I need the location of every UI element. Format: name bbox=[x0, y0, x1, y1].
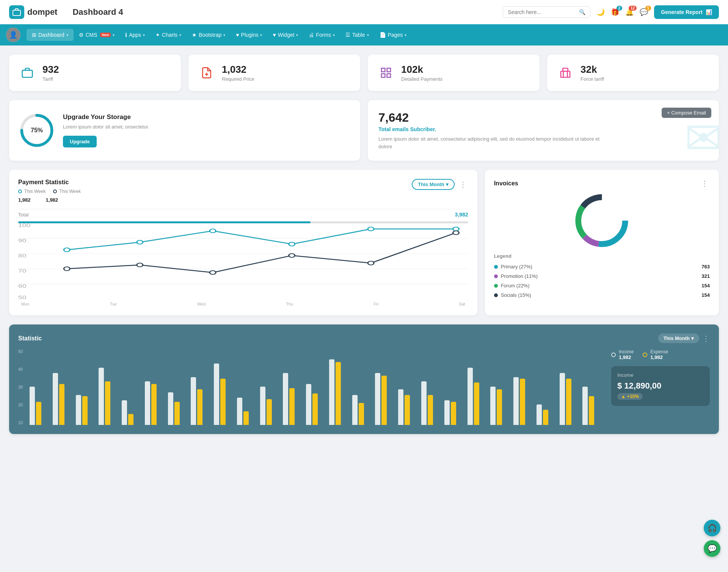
nav-label-cms: CMS bbox=[86, 32, 97, 38]
stat-info-required-price: 1,032 Required Price bbox=[222, 64, 254, 82]
this-month-button[interactable]: This Month ▾ bbox=[412, 179, 454, 190]
invoices-more-button[interactable]: ⋮ bbox=[699, 179, 710, 188]
email-card: + Compose Email 7,642 Total emails Subcr… bbox=[368, 100, 719, 161]
svg-rect-4 bbox=[381, 68, 385, 72]
upgrade-button[interactable]: Upgrade bbox=[63, 136, 97, 147]
svg-rect-5 bbox=[387, 68, 391, 72]
bar-group bbox=[513, 377, 535, 425]
bell-icon[interactable]: 🔔 12 bbox=[625, 8, 634, 16]
nav-label-forms: Forms bbox=[316, 32, 331, 38]
legend-dot-dark bbox=[53, 190, 57, 193]
bar-white bbox=[468, 368, 473, 425]
more-options-button[interactable]: ⋮ bbox=[458, 180, 468, 189]
nav-label-pages: Pages bbox=[388, 32, 403, 38]
stat-card-force-tariff: 32k Force tariff bbox=[547, 55, 719, 91]
bar-group bbox=[99, 368, 120, 425]
chat-icon[interactable]: 💬 5 bbox=[640, 8, 648, 16]
stat-label-detailed-payments: Detalled Payments bbox=[401, 76, 442, 82]
nav-item-bootstrap[interactable]: ★ Bootstrap ▾ bbox=[187, 29, 231, 41]
stat-label-tariff: Tariff bbox=[42, 76, 59, 82]
nav-item-pages[interactable]: 📄 Pages ▾ bbox=[374, 29, 412, 41]
bar-yellow bbox=[566, 379, 571, 425]
middle-row: 75% Upgrade Your Storage Lorem ipsum dol… bbox=[9, 100, 719, 161]
promotion-value: 321 bbox=[701, 273, 710, 279]
widget-icon: ♥ bbox=[273, 32, 276, 38]
gift-icon[interactable]: 🎁 2 bbox=[611, 8, 619, 16]
svg-point-30 bbox=[137, 263, 143, 267]
socials-value: 154 bbox=[701, 292, 710, 298]
payment-left: Payment Statistic This Week This Week 1,… bbox=[18, 179, 81, 203]
promotion-dot bbox=[494, 274, 498, 278]
storage-description: Lorem ipsum dolor sit amet, onsectetur. bbox=[63, 124, 149, 130]
nav-label-charts: Charts bbox=[162, 32, 177, 38]
bar-yellow bbox=[336, 362, 341, 425]
nav-item-apps[interactable]: ℹ Apps ▾ bbox=[120, 29, 150, 41]
cms-icon: ⚙ bbox=[79, 32, 84, 38]
x-label-tue: Tue bbox=[110, 302, 117, 306]
statistic-title: Statistic bbox=[18, 335, 42, 342]
nav-item-widget[interactable]: ♥ Widget ▾ bbox=[267, 29, 303, 41]
bar-white bbox=[444, 400, 450, 425]
generate-report-button[interactable]: Generate Report 📊 bbox=[654, 5, 719, 19]
svg-point-34 bbox=[453, 231, 459, 235]
y-label-20: 20 bbox=[18, 403, 23, 407]
invoice-legend-socials: Socials (15%) 154 bbox=[494, 290, 710, 300]
stat-value-detailed-payments: 102k bbox=[401, 64, 442, 75]
stat-side-panel: Income 1,982 Expense 1,982 Income $ bbox=[611, 349, 710, 406]
nav-item-table[interactable]: ☰ Table ▾ bbox=[340, 29, 374, 41]
bar-group bbox=[352, 395, 373, 425]
bar-white bbox=[283, 373, 288, 425]
nav-item-forms[interactable]: 🖨 Forms ▾ bbox=[303, 29, 340, 41]
bar-group bbox=[76, 395, 97, 425]
bar-group bbox=[145, 381, 166, 425]
nav-item-cms[interactable]: ⚙ CMS New ▾ bbox=[74, 29, 120, 41]
bar-yellow bbox=[451, 402, 456, 425]
bar-white bbox=[398, 389, 403, 425]
svg-text:50: 50 bbox=[18, 295, 26, 299]
bar-white bbox=[375, 373, 380, 425]
legend-dot-teal bbox=[18, 190, 22, 193]
storage-title: Upgrade Your Storage bbox=[63, 113, 149, 121]
svg-text:80: 80 bbox=[18, 253, 26, 258]
invoices-donut-chart bbox=[494, 194, 710, 247]
bar-yellow bbox=[543, 410, 548, 425]
svg-point-23 bbox=[64, 248, 70, 252]
statistic-header: Statistic This Month ▾ ⋮ bbox=[18, 334, 710, 343]
stat-label-required-price: Required Price bbox=[222, 76, 254, 82]
bar-yellow bbox=[359, 403, 364, 425]
bar-yellow bbox=[312, 393, 318, 425]
bar-white bbox=[76, 395, 81, 425]
stat-label-force-tariff: Force tariff bbox=[581, 76, 604, 82]
bar-white bbox=[582, 387, 588, 425]
email-description: Lorem ipsum dolor sit amet, consectetur … bbox=[378, 135, 609, 150]
chevron-down-icon: ▾ bbox=[296, 33, 298, 37]
main-content: 932 Tariff 1,032 Required Price 10 bbox=[0, 45, 728, 443]
search-input[interactable] bbox=[508, 9, 576, 15]
bar-group bbox=[191, 377, 212, 425]
avatar: 👤 bbox=[6, 28, 20, 42]
expense-value: 1,982 bbox=[650, 354, 668, 360]
nav-label-bootstrap: Bootstrap bbox=[199, 32, 221, 38]
stat-more-button[interactable]: ⋮ bbox=[702, 334, 710, 343]
moon-icon[interactable]: 🌙 bbox=[596, 8, 605, 16]
payment-card: Payment Statistic This Week This Week 1,… bbox=[9, 170, 477, 315]
chart-icon: 📊 bbox=[706, 9, 712, 15]
bar-group bbox=[537, 404, 558, 425]
bell-badge: 12 bbox=[629, 6, 637, 11]
chevron-down-icon: ▾ bbox=[143, 33, 145, 37]
nav-label-plugins: Plugins bbox=[241, 32, 259, 38]
stat-month-button[interactable]: This Month ▾ bbox=[658, 334, 699, 343]
bar-group bbox=[283, 373, 304, 425]
expense-legend: Expense 1,982 bbox=[643, 349, 668, 360]
payment-legend: This Week This Week bbox=[18, 189, 81, 194]
logo-text: dompet bbox=[27, 7, 57, 17]
dashboard-icon: ⊞ bbox=[32, 32, 36, 38]
chevron-down-icon: ▾ bbox=[223, 33, 225, 37]
storage-card: 75% Upgrade Your Storage Lorem ipsum dol… bbox=[9, 100, 360, 161]
nav-item-charts[interactable]: ✦ Charts ▾ bbox=[150, 29, 187, 41]
file-plus-icon bbox=[198, 64, 216, 82]
nav-item-dashboard[interactable]: ⊞ Dashboard ▾ bbox=[27, 29, 74, 41]
logo: dompet bbox=[9, 5, 57, 19]
legend-val-2: 1,982 bbox=[46, 197, 58, 203]
nav-item-plugins[interactable]: ♥ Plugins ▾ bbox=[231, 29, 267, 41]
